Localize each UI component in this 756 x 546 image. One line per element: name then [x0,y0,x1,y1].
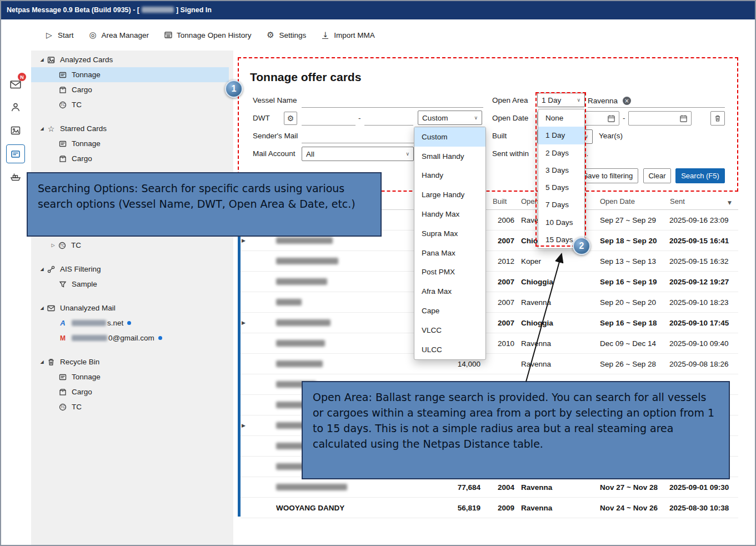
row-expander-icon[interactable]: ▶ [242,415,246,435]
left-rail: N [0,19,31,546]
open-area-option-10-days[interactable]: 10 Days [538,214,584,231]
mail-account-value: All [306,150,314,158]
collapsed-expander-icon[interactable]: ▷ [49,243,57,248]
sidebar-item-recycle-bin[interactable]: ◢Recycle Bin [31,354,229,369]
open-area-option-2-days[interactable]: 2 Days [538,144,584,162]
vessel-name-input[interactable] [302,94,483,108]
expanded-expander-icon[interactable]: ◢ [38,126,46,131]
table-row[interactable]: 77,6842004RavennaNov 27 ~ Nov 282025-09-… [241,477,738,498]
sidebar-item-unanalyzed-mail[interactable]: ◢Unanalyzed Mail [31,300,229,315]
settings-icon: ⚙ [266,30,275,40]
sidebar-item-sample[interactable]: Sample [31,277,229,292]
dwt-min-input[interactable] [302,112,356,126]
calendar-icon [679,114,688,123]
open-area-option-1-day[interactable]: 1 Day [538,127,584,144]
sidebar-item-ais-filtering[interactable]: ◢AIS Filtering [31,262,229,277]
open-area-option-none[interactable]: None [538,109,584,127]
dwt-preset-select[interactable]: Custom ∨ [418,111,482,125]
dwt-preset-option-afra-max[interactable]: Afra Max [414,282,485,301]
open-date-cell: Sep 16 ~ Sep 19 [600,272,657,292]
toolbar-start[interactable]: ▷Start [44,31,74,39]
dwt-preset-option-small-handy[interactable]: Small Handy [414,147,485,166]
column-header-sent[interactable]: Sent [670,197,685,206]
expanded-expander-icon[interactable]: ◢ [38,305,46,310]
person-icon [10,102,21,113]
dwt-preset-option-large-handy[interactable]: Large Handy [414,185,485,204]
table-row[interactable]: 2012KoperSep 13 ~ Sep 132025-09-15 16:32 [241,251,738,272]
contacts-rail-button[interactable] [6,98,25,117]
toolbar-tonnage-open-history[interactable]: Tonnage Open History [163,31,251,39]
open-area-option-3-days[interactable]: 3 Days [538,162,584,179]
dwt-preset-option-ulcc[interactable]: ULCC [414,340,485,359]
table-row[interactable]: ▶2007ChioggiaSep 16 ~ Sep 182025-09-10 1… [241,313,738,333]
open-area-option-7-days[interactable]: 7 Days [538,196,584,213]
mail-account-select[interactable]: All ∨ [302,147,414,161]
dwt-preset-option-supra-max[interactable]: Supra Max [414,224,485,243]
sidebar-item-tonnage[interactable]: Tonnage [31,136,229,151]
clear-button[interactable]: Clear [643,168,671,183]
analyzed-mail-rail-button[interactable] [6,121,25,140]
toolbar-area-manager[interactable]: ◎Area Manager [88,30,149,40]
table-row[interactable]: WOOYANG DANDY56,8192009RavennaNov 24 ~ N… [241,498,738,518]
image-card-icon [10,125,21,136]
save-to-filtering-button[interactable]: Save to filtering [578,168,638,183]
dwt-preset-option-vlcc[interactable]: VLCC [414,320,485,340]
sidebar-item-cargo[interactable]: Cargo [31,151,229,166]
dwt-settings-button[interactable]: ⚙ [284,112,297,125]
built-cell: 2010 [498,333,514,353]
sidebar-item-tc[interactable]: TCTC [31,97,229,112]
dwt-preset-option-pana-max[interactable]: Pana Max [414,243,485,263]
sidebar-item-analyzed-cards[interactable]: ◢Analyzed Cards [31,52,229,67]
open-area-option-5-days[interactable]: 5 Days [538,179,584,196]
area-manager-icon: ◎ [88,30,98,40]
sidebar-item-cargo[interactable]: Cargo [31,384,229,399]
sidebar-item-tc[interactable]: ▷TCTC [31,238,229,253]
sidebar-item-0-gmail-com[interactable]: M0@gmail.com [31,330,229,345]
sidebar-item-tc[interactable]: TCTC [31,399,229,414]
cards-rail-button[interactable] [6,144,25,163]
expanded-expander-icon[interactable]: ◢ [38,267,46,272]
clear-dates-button[interactable] [710,111,725,126]
table-row[interactable]: 14,000RavennaSep 26 ~ Sep 282025-09-08 1… [241,354,738,374]
table-row[interactable]: 2007RavennaSep 20 ~ Sep 202025-09-10 18:… [241,292,738,313]
search-button[interactable]: Search (F5) [675,168,725,183]
dwt-max-input[interactable] [364,112,413,126]
toolbar-settings[interactable]: ⚙Settings [266,30,306,40]
expanded-expander-icon[interactable]: ◢ [38,57,46,62]
built-cell: 2009 [498,498,514,518]
row-expander-icon[interactable]: ▶ [242,313,246,333]
sort-desc-icon[interactable]: ▼ [728,200,732,206]
open-area-cell: Ravenna [521,354,551,374]
column-header-open-date[interactable]: Open Date [600,197,635,206]
sidebar-item-s-net[interactable]: As.net [31,315,229,330]
star-icon: ☆ [46,124,56,133]
sidebar-item-tonnage[interactable]: Tonnage [31,369,229,384]
mail-rail-button[interactable]: N [6,75,25,94]
column-header-built[interactable]: Built [493,197,507,206]
open-area-port-field[interactable]: Ravenna × [588,94,725,108]
dwt-preset-option-post-pmx[interactable]: Post PMX [414,263,485,282]
table-row[interactable]: 2007ChioggiaSep 16 ~ Sep 192025-09-12 19… [241,272,738,292]
sidebar-item-label: AIS Filtering [60,265,101,273]
dwt-preset-option-cape[interactable]: Cape [414,301,485,320]
dwt-preset-option-handy[interactable]: Handy [414,166,485,186]
vessel-name-label: Vessel Name [253,96,297,104]
svg-text:TC: TC [61,103,66,107]
sidebar-item-cargo[interactable]: Cargo [31,82,229,97]
toolbar-import-mma[interactable]: ↓Import MMA [321,31,375,39]
built-cell: 2006 [498,210,514,230]
sidebar-item-label: TC [72,403,82,411]
sidebar-item-tonnage[interactable]: Tonnage [31,67,229,82]
table-row[interactable]: 2010RavennaDec 09 ~ Dec 142025-09-10 09:… [241,333,738,354]
built-suffix: Year(s) [599,132,623,140]
sent-cell: 2025-09-12 19:27 [669,272,729,292]
sidebar-item-starred-cards[interactable]: ◢☆Starred Cards [31,121,229,136]
dwt-preset-option-handy-max[interactable]: Handy Max [414,204,485,224]
sent-cell: 2025-09-08 18:26 [669,354,729,374]
remove-port-icon[interactable]: × [623,97,631,105]
expanded-expander-icon[interactable]: ◢ [38,359,46,364]
vessel-rail-button[interactable] [6,167,25,186]
open-area-select[interactable]: 1 Day ∨ [537,93,585,107]
open-date-to-input[interactable] [628,111,692,126]
dwt-preset-option-custom[interactable]: Custom [414,127,485,147]
